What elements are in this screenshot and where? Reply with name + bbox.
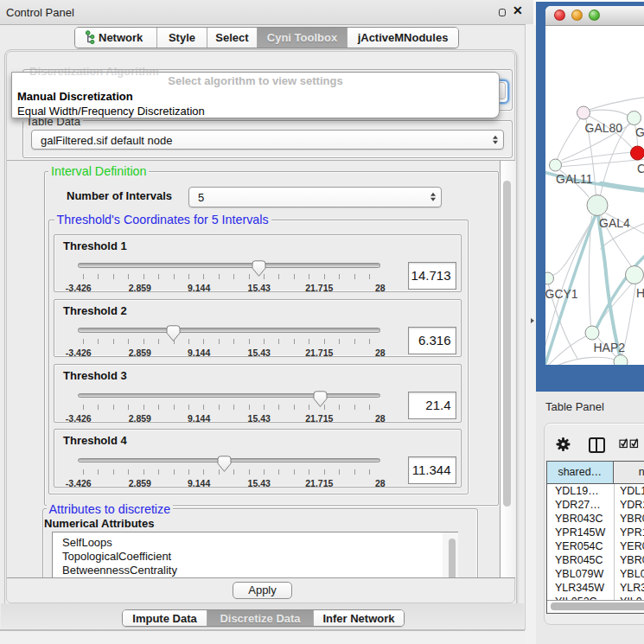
svg-text:C: C (637, 161, 644, 175)
svg-text:GAL4: GAL4 (599, 215, 630, 229)
svg-text:GAL80: GAL80 (584, 120, 622, 134)
svg-text:H: H (636, 286, 644, 300)
svg-text:GAL11: GAL11 (556, 172, 593, 186)
svg-text:HAP2: HAP2 (593, 340, 625, 354)
svg-text:GCY1: GCY1 (545, 287, 578, 301)
svg-text:GA: GA (635, 125, 644, 139)
